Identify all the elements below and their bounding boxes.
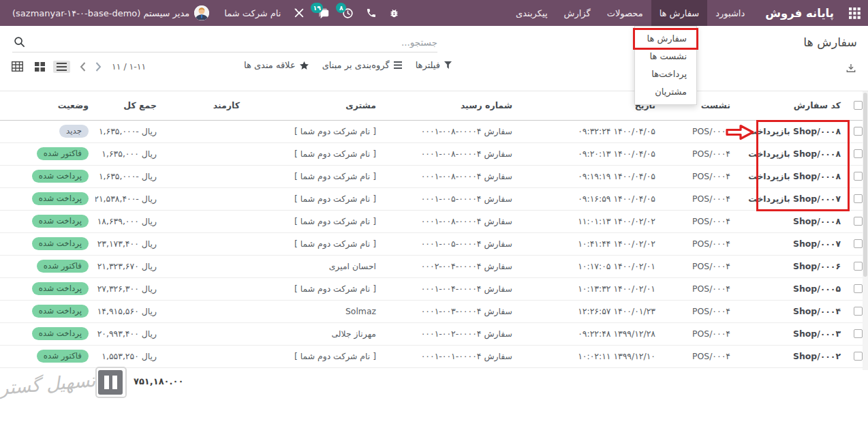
phone-icon[interactable] [360,0,383,26]
kanban-view-button[interactable] [31,60,48,74]
menu-products[interactable]: محصولات [599,0,651,26]
row-checkbox[interactable] [854,194,863,203]
table-row[interactable]: Shop/۰۰۰۸ بازپرداخت POS/۰۰۰۴ ۰۹:۲۰:۱۳ ۱۴… [0,142,868,165]
pivot-view-button[interactable] [8,59,27,74]
col-header-customer[interactable]: مشتری [247,91,383,120]
header-checkbox[interactable] [854,101,863,110]
cell-employee [164,232,247,255]
list-view-icon [57,63,67,71]
cell-status: پرداخت شده [0,277,95,300]
cell-date: ۱۰:۱۳:۳۲ ۱۴۰۰/۰۲/۰۱ [519,277,662,300]
activities-clock-icon[interactable]: ۸ [336,0,360,26]
cell-order-code: Shop/۰۰۰۲ [737,345,848,367]
cell-total: ریال ۱۴,۹۱۵,۵۶۰ [95,300,164,322]
vertical-scrollbar[interactable] [863,91,868,370]
table-row[interactable]: Shop/۰۰۰۲ POS/۰۰۰۴ ۱۰:۰۲:۱۱ ۱۳۹۹/۱۲/۱۰ س… [0,345,868,367]
row-checkbox[interactable] [854,262,863,271]
col-header-total[interactable]: جمع کل [95,91,164,120]
table-row[interactable]: Shop/۰۰۰۳ POS/۰۰۰۴ ۰۹:۲۲:۴۸ ۱۳۹۹/۱۲/۲۸ س… [0,322,868,345]
row-checkbox[interactable] [854,172,863,181]
filters-button[interactable]: فیلترها [416,60,452,70]
tools-icon[interactable] [288,0,311,26]
dropdown-item-customers[interactable]: مشتریان [635,83,696,101]
cell-session: POS/۰۰۰۴ [662,210,737,232]
dropdown-item-orders[interactable]: سفارش ها [635,30,696,48]
row-checkbox[interactable] [854,329,863,338]
cell-status: پرداخت شده [0,210,95,232]
col-header-order-code[interactable]: کد سفارش [737,91,848,120]
cell-customer: احسان امیری [247,255,383,277]
dropdown-item-payments[interactable]: پرداخت‌ها [635,65,696,83]
row-checkbox[interactable] [854,149,863,158]
table-row[interactable]: Shop/۰۰۰۵ POS/۰۰۰۴ ۱۰:۱۳:۳۲ ۱۴۰۰/۰۲/۰۱ س… [0,277,868,300]
cell-employee [164,210,247,232]
cell-total: ریال ۲۱,۳۲۳,۶۷۰ [95,255,164,277]
row-checkbox[interactable] [854,217,863,226]
table-header-row: کد سفارش نشست تاریخ شماره رسید مشتری کار… [0,91,868,120]
col-header-employee[interactable]: کارمند [164,91,247,120]
cell-order-code: Shop/۰۰۰۳ [737,322,848,345]
row-checkbox[interactable] [854,284,863,293]
menu-orders[interactable]: سفارش ها [651,0,708,26]
pivot-view-icon [12,61,23,72]
row-checkbox[interactable] [854,239,863,248]
table-row[interactable]: Shop/۰۰۰۷ POS/۰۰۰۴ ۱۰:۴۱:۴۴ ۱۴۰۰/۰۲/۰۲ س… [0,232,868,255]
cell-status: پرداخت شده [0,165,95,187]
messages-chat-icon[interactable]: ۱۹ [311,0,336,26]
cell-total: ریال ۲۳,۱۷۳,۴۰۰ [95,232,164,255]
cell-date: ۰۹:۱۶:۵۹ ۱۴۰۰/۰۴/۰۵ [519,187,662,210]
table-row[interactable]: Shop/۰۰۰۸ POS/۰۰۰۴ ۱۱:۰۱:۱۳ ۱۴۰۰/۰۲/۰۲ س… [0,210,868,232]
search-input[interactable] [12,34,437,50]
groupby-button[interactable]: گروه‌بندی بر مبنای [322,60,402,70]
menu-report[interactable]: گزارش [556,0,599,26]
search-icon[interactable] [14,36,25,50]
cell-total: ریال ۱,۶۳۵,۰۰۰ [95,142,164,165]
app-title[interactable]: پایانه فروش [753,7,841,20]
cell-status: جدید [0,120,95,142]
status-badge: پرداخت شده [32,305,89,318]
cell-date: ۱۱:۰۱:۱۳ ۱۴۰۰/۰۲/۰۲ [519,210,662,232]
status-badge: پرداخت شده [32,215,89,228]
pager-range: ۱۱ / ۱-۱۱ [112,61,146,72]
row-checkbox[interactable] [854,307,863,316]
list-view-button[interactable] [53,61,70,73]
page-title: سفارش ها [803,35,857,49]
user-menu[interactable]: مدیر سیستم (sazmanyar-۱۴-۰-base-demo) [7,5,217,20]
table-row[interactable]: Shop/۰۰۰۸ بازپرداخت POS/۰۰۰۴ ۰۹:۳۲:۲۴ ۱۴… [0,120,868,142]
cell-employee [164,142,247,165]
favorites-button[interactable]: علاقه مندی ها [244,60,309,70]
cell-receipt: سفارش ۰۰۰۱-۰۰۳-۰۰۰۰۴ [383,300,519,322]
cell-session: POS/۰۰۰۴ [662,345,737,367]
total-sum: ۷۵۱,۱۸۰.۰۰ [134,376,183,386]
row-checkbox[interactable] [854,352,863,361]
scrollbar-thumb[interactable] [863,93,867,277]
search-options-bar: فیلترها گروه‌بندی بر مبنای علاقه مندی ها [261,60,452,70]
table-row[interactable]: Shop/۰۰۰۷ بازپرداخت POS/۰۰۰۴ ۰۹:۱۶:۵۹ ۱۴… [0,187,868,210]
export-icon[interactable] [846,63,856,76]
menu-dashboard[interactable]: داشبورد [707,0,753,26]
cell-customer: [ نام شرکت دوم شما ] [247,345,383,367]
cell-status: فاکتور شده [0,345,95,367]
cell-session: POS/۰۰۰۴ [662,255,737,277]
company-switcher[interactable]: نام شرکت شما [217,8,288,18]
cell-total: ریال ۲۰,۹۹۳,۴۰۰ [95,322,164,345]
pager-next-icon[interactable] [95,62,102,72]
dropdown-item-sessions[interactable]: نشست ها [635,48,696,65]
menu-configuration[interactable]: پیکربندی [508,0,555,26]
cell-order-code: Shop/۰۰۰۸ بازپرداخت [737,120,848,142]
row-checkbox[interactable] [854,127,863,136]
cell-receipt: سفارش ۰۰۰۱-۰۰۸-۰۰۰۰۴ [383,120,519,142]
kanban-view-icon [35,62,45,72]
col-header-receipt[interactable]: شماره رسید [383,91,519,120]
status-badge: فاکتور شده [37,147,89,160]
table-row[interactable]: Shop/۰۰۰۶ POS/۰۰۰۴ ۱۰:۱۷:۰۵ ۱۴۰۰/۰۲/۰۱ س… [0,255,868,277]
table-row[interactable]: Shop/۰۰۰۸ بازپرداخت POS/۰۰۰۴ ۰۹:۱۹:۱۹ ۱۴… [0,165,868,187]
pager-prev-icon[interactable] [80,62,86,72]
bug-icon[interactable] [383,0,405,26]
cell-session: POS/۰۰۰۴ [662,322,737,345]
apps-grid-icon[interactable] [841,0,868,26]
col-header-status[interactable]: وضعیت [0,91,95,120]
cell-date: ۱۲:۲۶:۵۷ ۱۴۰۰/۰۱/۲۳ [519,300,662,322]
cell-total: ریال ۲۷,۳۲۶,۳۰۰ [95,277,164,300]
table-row[interactable]: Shop/۰۰۰۴ POS/۰۰۰۴ ۱۲:۲۶:۵۷ ۱۴۰۰/۰۱/۲۳ س… [0,300,868,322]
